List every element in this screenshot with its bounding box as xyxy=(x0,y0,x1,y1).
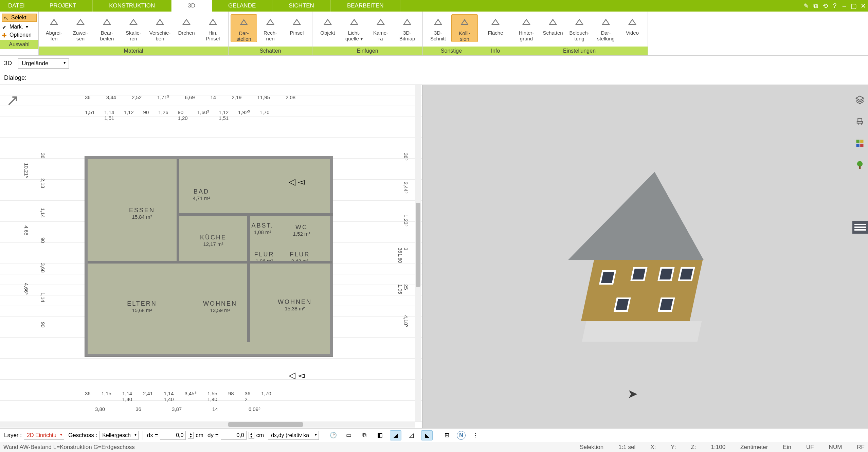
panel-pull-tab[interactable] xyxy=(852,221,868,234)
mark-button[interactable]: ✔ Mark. ▼ xyxy=(2,24,37,30)
ribbon-einfuegen-1[interactable]: Licht- quelle ▾ xyxy=(341,14,367,41)
more-icon[interactable]: ⋮ xyxy=(470,430,481,440)
arrow-icon: ↖ xyxy=(4,15,9,20)
dy-input[interactable] xyxy=(221,431,247,440)
group-label-schatten: Schatten xyxy=(229,47,312,55)
dx-input[interactable] xyxy=(160,431,186,440)
menu-konstruktion[interactable]: KONSTRUKTION xyxy=(93,0,171,12)
svg-point-4 xyxy=(857,161,863,166)
ribbon-material-3[interactable]: Skalie- ren xyxy=(120,14,147,41)
ribbon-material-1[interactable]: Zuwei- sen xyxy=(67,14,94,41)
help-icon[interactable]: ? xyxy=(830,0,839,12)
dimension-text: 4,18⁵ xyxy=(397,315,409,327)
plus-icon: ✚ xyxy=(2,32,7,38)
ribbon-sonstige-0[interactable]: 3D- Schnitt xyxy=(425,14,451,41)
snap-mid-icon[interactable]: ◿ xyxy=(405,430,417,440)
dy-spinner[interactable]: ▲▼ xyxy=(249,432,254,439)
ribbon-material-2[interactable]: Bear- beiten xyxy=(94,14,120,41)
dimension-text: 90 xyxy=(40,322,46,328)
dimension-text: 1,23⁵ xyxy=(397,215,409,227)
scrollbar-vertical[interactable] xyxy=(415,85,421,421)
view-dropdown[interactable]: Urgelände xyxy=(18,58,69,69)
ribbon-schatten-2[interactable]: Pinsel xyxy=(284,14,310,36)
einstellungen-3-icon xyxy=(598,15,614,29)
ribbon-label: Abgrei- fen xyxy=(46,30,62,41)
snap-endpoint-icon[interactable]: ◢ xyxy=(390,430,401,440)
ribbon-material-5[interactable]: Drehen xyxy=(173,14,200,36)
dimension-text: 1,70 xyxy=(259,109,269,121)
dimension-text: 2,08 xyxy=(286,94,295,101)
status-uf: UF xyxy=(806,444,814,451)
maximize-icon[interactable]: ▢ xyxy=(849,0,858,12)
pane-2d-plan[interactable]: ↗ 363,442,521,71⁵6,69142,1911,952,08 1,5… xyxy=(0,85,422,428)
optionen-button[interactable]: ✚ Optionen xyxy=(2,32,37,38)
color-palette-icon[interactable] xyxy=(853,137,867,150)
dimension-text: 1,26 xyxy=(158,109,168,121)
layers-icon[interactable] xyxy=(853,93,867,107)
right-dock xyxy=(853,93,867,172)
ribbon-schatten-0[interactable]: Dar- stellen xyxy=(231,14,257,42)
menu-datei[interactable]: DATEI xyxy=(0,0,33,12)
ribbon-einstellungen-1[interactable]: Schatten xyxy=(540,14,566,36)
clock-icon[interactable]: 🕑 xyxy=(327,430,339,440)
dx-spinner[interactable]: ▲▼ xyxy=(188,432,194,439)
dimension-text: 1,14 1,40 xyxy=(164,391,174,402)
north-arrow-3d-icon: ➤ xyxy=(628,387,638,401)
layer-dropdown[interactable]: 2D Einrichtu xyxy=(24,431,64,440)
stack-icon[interactable]: ⧉ xyxy=(359,430,370,440)
material-0-icon xyxy=(46,15,62,29)
dimension-text: 1,55 1,40 xyxy=(207,391,217,402)
ribbon-einstellungen-3[interactable]: Dar- stellung xyxy=(593,14,619,41)
selekt-button[interactable]: ↖ Selekt xyxy=(2,14,37,22)
overlap-icon[interactable]: ◧ xyxy=(374,430,386,440)
menu-gelaende[interactable]: GELÄNDE xyxy=(212,0,272,12)
north-toggle-icon[interactable]: N xyxy=(457,431,466,440)
dimension-text: 3,80 xyxy=(95,406,105,412)
ribbon-label: 3D- Bitmap xyxy=(399,30,415,41)
menu-bearbeiten[interactable]: BEARBEITEN xyxy=(331,0,400,12)
layer-label: Layer : xyxy=(4,432,22,439)
dy-label: dy = xyxy=(207,432,219,439)
coord-mode-dropdown[interactable]: dx,dy (relativ ka xyxy=(268,431,319,440)
pane-3d-view[interactable]: ➤ xyxy=(422,85,868,428)
menu-sichten[interactable]: SICHTEN xyxy=(272,0,331,12)
ribbon-einfuegen-2[interactable]: Kame- ra xyxy=(367,14,394,41)
scrollbar-horizontal[interactable] xyxy=(0,421,415,428)
ribbon-material-4[interactable]: Verschie- ben xyxy=(147,14,173,41)
ribbon-label: Dar- stellung xyxy=(597,30,615,41)
ribbon-material-6[interactable]: Hin. Pinsel xyxy=(200,14,226,41)
material-2-icon xyxy=(99,15,115,29)
snap-face-icon[interactable]: ◣ xyxy=(421,430,433,440)
group-label-info: Info xyxy=(480,47,511,55)
dy-unit: cm xyxy=(256,432,264,439)
room-wohnen: WOHNEN13,59 m² xyxy=(183,274,257,339)
ribbon-einstellungen-0[interactable]: Hinter- grund xyxy=(513,14,540,41)
menu-bar: DATEI PROJEKT KONSTRUKTION 3D GELÄNDE SI… xyxy=(0,0,868,12)
optionen-label: Optionen xyxy=(10,32,32,38)
status-selektion: Selektion xyxy=(580,444,603,451)
ribbon-einfuegen-0[interactable]: Objekt xyxy=(314,14,341,36)
menu-3d[interactable]: 3D xyxy=(171,0,212,12)
ribbon-einstellungen-4[interactable]: Video xyxy=(619,14,646,36)
brush-icon[interactable]: ✎ xyxy=(801,0,811,12)
highlight-icon[interactable]: ▭ xyxy=(343,430,355,440)
ribbon-einfuegen-3[interactable]: 3D- Bitmap xyxy=(394,14,420,41)
close-icon[interactable]: ✕ xyxy=(858,0,868,12)
chair-icon[interactable] xyxy=(853,115,867,128)
grid-icon[interactable]: ⊞ xyxy=(441,430,453,440)
minimize-icon[interactable]: – xyxy=(839,0,849,12)
ribbon-material-0[interactable]: Abgrei- fen xyxy=(41,14,67,41)
switch-icon[interactable]: ⟲ xyxy=(820,0,830,12)
menu-projekt[interactable]: PROJEKT xyxy=(33,0,93,12)
status-z: Z: xyxy=(691,444,696,451)
dimension-text: 2,41 xyxy=(143,391,153,402)
ribbon-schatten-1[interactable]: Rech- nen xyxy=(257,14,284,41)
tree-icon[interactable] xyxy=(853,158,867,172)
svg-rect-2 xyxy=(856,144,860,147)
ribbon-info-0[interactable]: Fläche xyxy=(482,14,509,36)
geschoss-dropdown[interactable]: Kellergesch xyxy=(99,431,139,440)
ribbon-sonstige-1[interactable]: Kolli- sion xyxy=(451,14,478,42)
window-icon[interactable]: ⧉ xyxy=(811,0,820,12)
ribbon-einstellungen-2[interactable]: Beleuch- tung xyxy=(566,14,593,41)
dimension-text: 36 xyxy=(85,391,91,402)
